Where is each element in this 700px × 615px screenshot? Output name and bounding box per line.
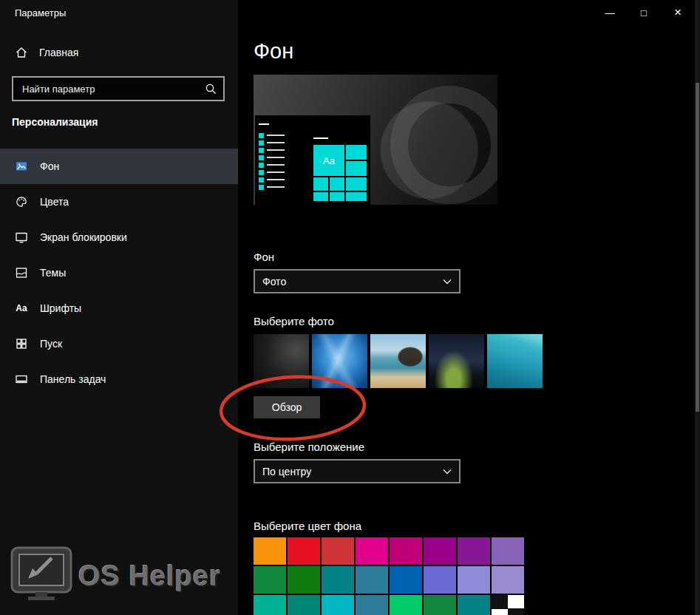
watermark: OS Helper (9, 545, 221, 607)
app-title: Параметры (15, 7, 66, 18)
swatch-row (254, 566, 524, 594)
sidebar-item-start[interactable]: Пуск (0, 326, 238, 361)
watermark-text: OS Helper (78, 560, 221, 592)
color-swatch[interactable] (322, 566, 354, 594)
color-swatch[interactable] (254, 537, 286, 565)
color-swatch[interactable] (288, 537, 320, 565)
tile-decor (346, 177, 367, 191)
minimize-button[interactable]: — (593, 0, 627, 25)
photo-thumbnails (254, 334, 543, 388)
background-type-value: Фото (262, 276, 286, 288)
swatch-row (254, 537, 524, 565)
menu-row-decor (259, 155, 288, 160)
swatch-row (254, 595, 524, 615)
color-swatch[interactable] (322, 537, 354, 565)
color-swatch[interactable] (288, 566, 320, 594)
search-icon[interactable] (204, 82, 217, 95)
tile-aa: Aa (313, 145, 344, 176)
sidebar-item-label: Пуск (40, 338, 62, 350)
sidebar: Параметры Главная Персонализация Фон (0, 0, 238, 615)
background-type-select[interactable]: Фото (254, 269, 461, 293)
color-swatch[interactable] (424, 595, 456, 615)
tile-decor (313, 177, 328, 191)
sidebar-item-fonts[interactable]: Aa Шрифты (0, 290, 238, 326)
color-swatch[interactable] (458, 566, 490, 594)
color-swatch-grid (254, 537, 524, 615)
color-swatch[interactable] (254, 595, 286, 615)
menu-row-decor (259, 177, 288, 183)
custom-color-swatch[interactable] (492, 595, 524, 615)
tile-decor (346, 192, 367, 201)
color-swatch[interactable] (322, 595, 354, 615)
start-icon (15, 337, 28, 350)
wallpaper-thumbnail-beach[interactable] (370, 334, 426, 388)
settings-window: Параметры Главная Персонализация Фон (0, 0, 700, 615)
sidebar-item-label: Шрифты (40, 302, 81, 314)
tile-group-title-decor (313, 137, 328, 139)
color-swatch[interactable] (390, 595, 422, 615)
color-swatch[interactable] (288, 595, 320, 615)
color-swatch[interactable] (390, 537, 422, 565)
menu-row-decor (259, 133, 288, 138)
sidebar-item-themes[interactable]: Темы (0, 255, 238, 290)
chevron-down-icon (443, 279, 452, 285)
color-swatch[interactable] (424, 566, 456, 594)
wallpaper-thumbnail-underwater[interactable] (487, 334, 543, 388)
color-swatch[interactable] (424, 537, 456, 565)
sidebar-item-home[interactable]: Главная (15, 46, 78, 59)
tile-decor (330, 192, 344, 201)
menu-row-decor (259, 170, 288, 175)
sidebar-item-taskbar[interactable]: Панель задач (0, 361, 238, 397)
window-controls: — □ × (593, 0, 695, 25)
menu-row-decor (259, 140, 288, 146)
color-swatch[interactable] (390, 566, 422, 594)
monitor-cursor-icon (9, 545, 74, 607)
position-select[interactable]: По центру (254, 459, 461, 483)
tile-decor (330, 177, 344, 191)
color-swatch[interactable] (356, 595, 388, 615)
scrollbar-thumb[interactable] (696, 83, 699, 412)
color-swatch[interactable] (492, 566, 524, 594)
search-input[interactable] (21, 83, 204, 95)
taskbar-icon (15, 373, 28, 386)
themes-icon (15, 266, 28, 279)
menu-row-decor (259, 148, 288, 153)
background-preview: Aa (254, 75, 497, 205)
browse-button[interactable]: Обзор (254, 396, 320, 418)
menu-row-decor (259, 185, 288, 190)
tile-decor (313, 192, 328, 201)
fonts-icon: Aa (15, 302, 28, 315)
color-swatch[interactable] (492, 537, 524, 565)
chevron-down-icon (443, 469, 452, 475)
sidebar-item-colors[interactable]: Цвета (0, 184, 238, 220)
color-swatch[interactable] (356, 566, 388, 594)
page-title: Фон (254, 39, 293, 64)
maximize-button[interactable]: □ (627, 0, 661, 25)
position-value: По центру (262, 466, 311, 478)
sidebar-item-label: Цвета (40, 196, 69, 208)
scrollbar-track[interactable] (695, 0, 700, 615)
home-icon (15, 46, 28, 59)
lockscreen-icon (15, 231, 28, 244)
wallpaper-thumbnail-windows-default[interactable] (312, 334, 367, 388)
wallpaper-thumbnail-dark[interactable] (254, 334, 309, 388)
tile-decor (346, 145, 367, 160)
color-swatch[interactable] (356, 537, 388, 565)
color-swatch[interactable] (254, 566, 286, 594)
sidebar-item-label: Фон (40, 160, 59, 172)
sidebar-item-label: Панель задач (40, 373, 106, 385)
color-swatch[interactable] (458, 595, 490, 615)
home-label: Главная (39, 47, 78, 58)
wallpaper-thumbnail-night-camp[interactable] (429, 334, 484, 388)
search-box[interactable] (12, 76, 225, 101)
choose-photo-label: Выберите фото (254, 315, 334, 327)
close-button[interactable]: × (661, 0, 695, 25)
start-menu-mock: Aa (255, 115, 370, 205)
image-icon (15, 160, 28, 173)
sidebar-item-lockscreen[interactable]: Экран блокировки (0, 220, 238, 255)
color-swatch[interactable] (458, 537, 490, 565)
section-title: Персонализация (12, 116, 98, 128)
menu-icon (259, 123, 269, 125)
sidebar-item-label: Экран блокировки (40, 231, 127, 243)
sidebar-item-background[interactable]: Фон (0, 149, 238, 184)
